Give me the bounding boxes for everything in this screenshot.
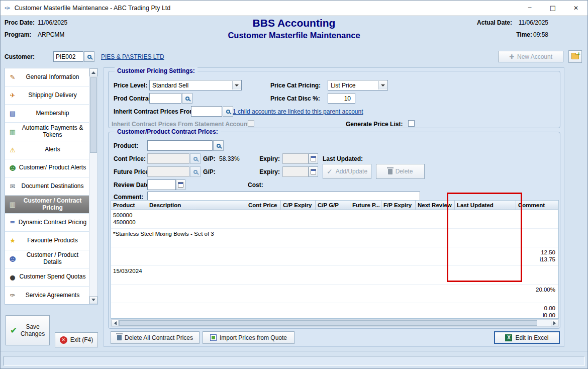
- inherit-search-button[interactable]: [223, 106, 233, 117]
- import-prices-from-quote-button[interactable]: Import Prices from Quote: [203, 331, 295, 344]
- save-changes-label: Save Changes: [20, 323, 45, 338]
- future-price-label: Future Price:: [114, 168, 151, 175]
- customer-code-input[interactable]: [53, 51, 83, 62]
- column-header-future-price[interactable]: Future P...: [350, 201, 381, 210]
- group-legend: Customer Pricing Settings:: [115, 67, 198, 74]
- edit-in-excel-button[interactable]: X Edit in Excel: [494, 331, 560, 344]
- last-updated-label: Last Updated:: [323, 155, 363, 162]
- chevron-down-icon: [232, 81, 241, 89]
- comment-label: Comment:: [114, 194, 143, 201]
- column-header-cp-gp[interactable]: C/P G/P: [316, 201, 350, 210]
- sidebar-item-customer-contract-pricing[interactable]: ▥Customer / Contract Pricing: [5, 196, 89, 214]
- product-input[interactable]: [147, 140, 213, 151]
- payments-icon: ▦: [7, 128, 18, 136]
- column-header-description[interactable]: Description: [147, 201, 246, 210]
- sidebar-item-general-information[interactable]: ✎General Information: [5, 68, 89, 86]
- warning-icon: ⚠: [7, 146, 18, 154]
- close-button[interactable]: ✕: [564, 1, 587, 16]
- sidebar-item-dynamic-contract-pricing[interactable]: ≡Dynamic Contract Pricing: [5, 214, 89, 232]
- sidebar-item-membership[interactable]: ▤Membership: [5, 105, 89, 123]
- product-search-button[interactable]: [213, 140, 224, 151]
- table-hscrollbar[interactable]: [111, 319, 559, 327]
- search-icon: [217, 144, 221, 148]
- sidebar-item-label: General Information: [18, 74, 87, 81]
- sidebar-item-document-destinations[interactable]: ✉Document Destinations: [5, 177, 89, 196]
- scroll-left-arrow[interactable]: [111, 320, 119, 326]
- scrollbar-thumb[interactable]: [90, 77, 97, 153]
- delete-button: Delete: [376, 164, 425, 179]
- price-cat-disc-label: Price Cat Disc %:: [270, 95, 320, 102]
- cell-cont-price: 12.50i13.75: [111, 247, 558, 266]
- column-header-cp-expiry[interactable]: C/P Expiry: [281, 201, 316, 210]
- calendar-icon: [311, 169, 316, 174]
- future-price-search-button: [190, 166, 201, 177]
- sidebar-item-shipping-delivery[interactable]: ✈Shipping/ Delivery: [5, 86, 89, 105]
- table-header-row: Product Description Cont Price C/P Expir…: [111, 201, 558, 210]
- customer-search-button[interactable]: [84, 51, 94, 62]
- column-header-cont-price[interactable]: Cont Price: [246, 201, 281, 210]
- agreement-icon: ✑: [7, 292, 18, 299]
- sidebar-item-label: Dynamic Contract Pricing: [18, 219, 87, 226]
- review-date-calendar-button[interactable]: [176, 179, 185, 190]
- prod-contract-search-button[interactable]: [182, 93, 192, 104]
- review-date-label: Review Date:: [114, 181, 151, 189]
- sidebar-item-label: Membership: [18, 110, 87, 117]
- minimize-button[interactable]: ─: [518, 1, 541, 16]
- cont-price-label: Cont Price:: [114, 155, 146, 162]
- column-header-last-updated[interactable]: Last Updated: [455, 201, 516, 210]
- excel-icon: X: [505, 334, 512, 341]
- maximize-button[interactable]: □: [541, 1, 564, 16]
- cell-cp-expiry: 15/03/2024: [111, 266, 558, 285]
- sidebar-item-customer-product-details[interactable]: ☻Customer / Product Details: [5, 250, 89, 268]
- price-level-select[interactable]: Standard Sell: [149, 80, 242, 90]
- chevron-down-icon: [378, 81, 387, 89]
- sidebar-item-service-agreements[interactable]: ✑Service Agreements: [5, 287, 89, 304]
- star-icon: ★: [7, 237, 18, 244]
- price-cat-pricing-select[interactable]: List Price: [328, 80, 388, 90]
- customer-pricing-settings-group: Customer Pricing Settings: Price Level: …: [108, 71, 560, 128]
- titlebar: ✑ Customer Masterfile Maintenance - ABC …: [1, 1, 587, 16]
- time-value: 09:58: [533, 31, 548, 38]
- child-accounts-link[interactable]: 1 child accounts are linked to this pare…: [233, 108, 363, 115]
- scroll-down-arrow[interactable]: [89, 296, 97, 304]
- sidebar-item-customer-product-alerts[interactable]: ☻Customer/ Product Alerts: [5, 159, 89, 177]
- generate-price-list-checkbox[interactable]: [408, 120, 415, 127]
- inherit-contract-prices-input[interactable]: [191, 106, 222, 117]
- review-date-input[interactable]: [147, 179, 176, 190]
- add-update-icon: ✓: [327, 167, 333, 175]
- column-header-comment[interactable]: Comment: [516, 201, 558, 210]
- new-account-label: New Account: [517, 53, 552, 60]
- price-cat-disc-input[interactable]: [328, 93, 355, 104]
- save-changes-button[interactable]: ✔ Save Changes: [6, 315, 50, 345]
- scroll-right-arrow[interactable]: [551, 320, 558, 326]
- sidebar-item-label: Customer Spend Quotas: [18, 273, 87, 281]
- prod-contract-input[interactable]: [149, 93, 181, 104]
- exit-label: Exit (F4): [70, 336, 93, 343]
- sidebar-item-customer-spend-quotas[interactable]: ●Customer Spend Quotas: [5, 268, 89, 287]
- exit-button[interactable]: ✕ Exit (F4): [55, 332, 98, 347]
- sidebar: ✎General Information ✈Shipping/ Delivery…: [5, 68, 98, 305]
- calendar-icon: [178, 182, 183, 188]
- actual-date-value: 11/06/2025: [519, 19, 548, 26]
- sidebar-item-label: Automatic Payments & Tokens: [18, 125, 87, 139]
- sidebar-scrollbar[interactable]: [89, 68, 97, 304]
- delete-all-contract-prices-button[interactable]: Delete All Contract Prices: [111, 331, 200, 344]
- fp-expiry-calendar-button[interactable]: [309, 166, 318, 177]
- dynamic-pricing-icon: ≡: [7, 219, 18, 226]
- customer-name-link[interactable]: PIES & PASTRIES LTD: [101, 53, 164, 60]
- price-cat-pricing-label: Price Cat Pricing:: [270, 82, 321, 89]
- sidebar-item-automatic-payments-tokens[interactable]: ▦Automatic Payments & Tokens: [5, 123, 89, 141]
- inherit-statement-label: Inherit Contract Prices From Statement A…: [112, 121, 251, 128]
- column-header-product[interactable]: Product: [111, 201, 147, 210]
- column-header-next-review[interactable]: Next Review: [416, 201, 455, 210]
- sidebar-item-alerts[interactable]: ⚠Alerts: [5, 141, 89, 159]
- customer-label: Customer:: [5, 53, 35, 60]
- column-header-fp-expiry[interactable]: F/P Expiry: [381, 201, 416, 210]
- fp-expiry-input: [282, 166, 309, 177]
- open-folder-button[interactable]: [568, 50, 582, 63]
- sidebar-item-favourite-products[interactable]: ★Favourite Products: [5, 232, 89, 250]
- calendar-icon: [311, 156, 316, 161]
- scroll-up-arrow[interactable]: [89, 68, 97, 76]
- hscrollbar-thumb[interactable]: [119, 320, 537, 326]
- cp-expiry-calendar-button[interactable]: [309, 153, 318, 164]
